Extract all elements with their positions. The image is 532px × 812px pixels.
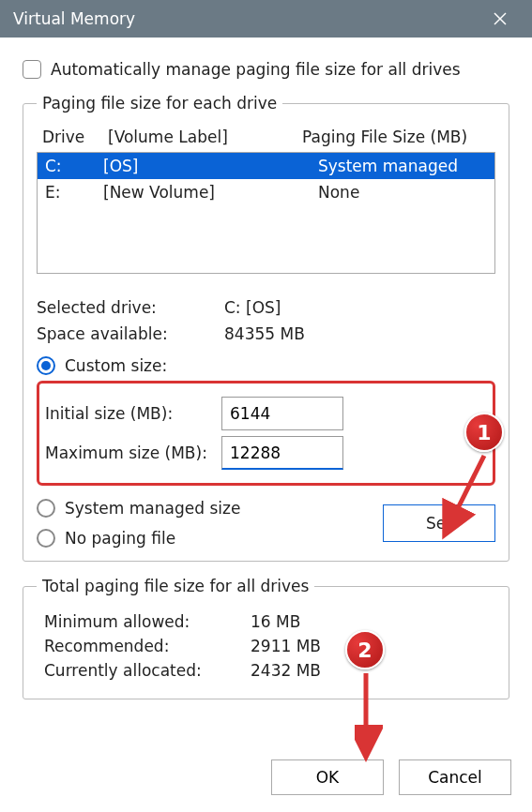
- header-volume: [Volume Label]: [108, 128, 302, 146]
- no-paging-radio[interactable]: [37, 529, 55, 548]
- totals-group: Total paging file size for all drives Mi…: [23, 577, 509, 699]
- initial-size-label: Initial size (MB):: [45, 404, 221, 423]
- system-managed-radio[interactable]: [37, 499, 55, 518]
- drive-volume: [New Volume]: [103, 183, 318, 202]
- recommended-value: 2911 MB: [251, 637, 321, 655]
- header-size: Paging File Size (MB): [302, 128, 490, 146]
- drive-letter: C:: [45, 157, 103, 175]
- minimum-allowed-label: Minimum allowed:: [44, 612, 251, 631]
- currently-allocated-value: 2432 MB: [251, 661, 321, 680]
- drive-list[interactable]: C: [OS] System managed E: [New Volume] N…: [37, 152, 495, 274]
- cancel-button[interactable]: Cancel: [399, 759, 511, 795]
- drive-letter: E:: [45, 183, 103, 202]
- maximum-size-input[interactable]: [221, 436, 343, 470]
- drive-row[interactable]: C: [OS] System managed: [38, 153, 494, 179]
- no-paging-label: No paging file: [65, 529, 175, 548]
- drive-group: Paging file size for each drive Drive [V…: [23, 94, 509, 562]
- auto-manage-label: Automatically manage paging file size fo…: [51, 60, 461, 79]
- ok-button[interactable]: OK: [271, 759, 384, 795]
- drive-group-legend: Paging file size for each drive: [37, 94, 282, 113]
- set-button[interactable]: Set: [383, 504, 495, 542]
- space-available-value: 84355 MB: [224, 324, 305, 343]
- cancel-button-label: Cancel: [428, 768, 482, 787]
- space-available-label: Space available:: [37, 324, 224, 343]
- window-title: Virtual Memory: [13, 9, 135, 28]
- custom-size-radio[interactable]: [37, 356, 55, 375]
- annotation-marker-2: 2: [345, 630, 385, 669]
- highlight-box: Initial size (MB): Maximum size (MB):: [37, 381, 495, 486]
- set-button-label: Set: [426, 514, 452, 533]
- drive-row[interactable]: E: [New Volume] None: [38, 179, 494, 205]
- drive-headers: Drive [Volume Label] Paging File Size (M…: [37, 124, 495, 152]
- drive-size: None: [318, 183, 487, 202]
- minimum-allowed-value: 16 MB: [251, 612, 300, 631]
- initial-size-input[interactable]: [221, 397, 343, 430]
- annotation-marker-1: 1: [464, 413, 504, 452]
- totals-legend: Total paging file size for all drives: [37, 577, 314, 595]
- ok-button-label: OK: [316, 768, 340, 787]
- recommended-label: Recommended:: [44, 637, 251, 655]
- custom-size-label: Custom size:: [65, 356, 167, 375]
- close-icon[interactable]: [481, 0, 519, 38]
- drive-size: System managed: [318, 157, 487, 175]
- maximum-size-label: Maximum size (MB):: [45, 444, 221, 462]
- selected-drive-label: Selected drive:: [37, 298, 224, 317]
- title-bar: Virtual Memory: [0, 0, 532, 38]
- auto-manage-checkbox[interactable]: [23, 60, 41, 79]
- currently-allocated-label: Currently allocated:: [44, 661, 251, 680]
- selected-drive-value: C: [OS]: [224, 298, 281, 317]
- drive-volume: [OS]: [103, 157, 318, 175]
- header-drive: Drive: [42, 128, 108, 146]
- system-managed-label: System managed size: [65, 499, 240, 518]
